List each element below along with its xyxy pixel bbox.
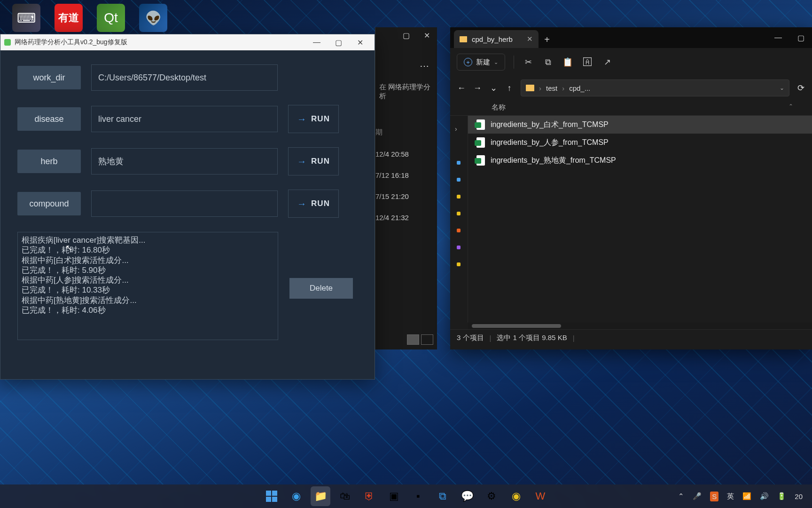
sidebar-pin-icon[interactable] (457, 161, 461, 165)
desktop-icon-alien[interactable]: 👽 (139, 4, 167, 32)
disease-label-button[interactable]: disease (17, 107, 81, 131)
file-row[interactable]: ingredients_by_熟地黄_from_TCMSP (468, 151, 812, 169)
bg-date-cell: 12/4 20:58 (375, 143, 437, 165)
taskbar-vscode-icon[interactable]: ⧉ (433, 486, 453, 506)
horizontal-scrollbar[interactable] (468, 323, 812, 329)
breadcrumb-item[interactable]: test (546, 84, 557, 92)
tray-mic-icon[interactable]: 🎤 (693, 492, 702, 500)
maximize-button[interactable]: ▢ (328, 34, 349, 50)
bg-close-button[interactable]: ✕ (416, 27, 437, 43)
herb-input[interactable]: 熟地黄 (91, 148, 278, 175)
workdir-label-button[interactable]: work_dir (17, 66, 81, 89)
explorer-tabbar: cpd_by_herb ✕ + — ▢ (450, 27, 812, 48)
disease-input[interactable]: liver cancer (91, 106, 278, 132)
breadcrumb-box[interactable]: › test › cpd_... ⌄ (521, 79, 789, 96)
taskbar-explorer-icon[interactable]: 📁 (311, 486, 330, 506)
bg-max-button[interactable]: ▢ (396, 27, 416, 43)
explorer-statusbar: 3 个项目 | 选中 1 个项目 9.85 KB | (450, 329, 812, 346)
new-label: 新建 (476, 58, 490, 67)
taskbar-chrome-icon[interactable]: ◉ (506, 486, 526, 506)
tray-ime2-icon[interactable]: 英 (727, 492, 734, 501)
explorer-sidebar-collapsed[interactable]: › (450, 116, 468, 323)
explorer-tab[interactable]: cpd_by_herb ✕ (454, 30, 539, 48)
nav-back-icon[interactable]: ← (457, 83, 466, 93)
chevron-right-icon[interactable]: › (455, 125, 457, 133)
chevron-right-icon: › (562, 84, 564, 92)
taskbar-mcafee-icon[interactable]: ⛨ (359, 486, 379, 506)
tray-clock[interactable]: 20 (795, 492, 803, 500)
sidebar-pin-icon[interactable] (457, 195, 461, 198)
breadcrumb-item[interactable]: cpd_... (569, 84, 590, 92)
compound-run-button[interactable]: → RUN (288, 190, 339, 218)
delete-button[interactable]: Delete (289, 278, 353, 299)
toolbar-overflow-icon[interactable]: ⋯ (375, 43, 437, 71)
rename-icon[interactable]: 🄰 (582, 57, 593, 67)
tray-battery-icon[interactable]: 🔋 (777, 492, 786, 500)
chevron-up-icon[interactable]: ⌃ (789, 103, 812, 110)
taskbar-wechat-icon[interactable]: 💬 (457, 486, 477, 506)
tray-chevron-icon[interactable]: ⌃ (678, 492, 684, 500)
workdir-input[interactable]: C:/Users/86577/Desktop/test (91, 64, 278, 91)
sidebar-pin-icon[interactable] (457, 262, 461, 266)
herb-run-button[interactable]: → RUN (288, 147, 339, 175)
taskbar-settings-icon[interactable]: ⚙ (482, 486, 501, 506)
file-row[interactable]: ingredients_by_白术_from_TCMSP (468, 116, 812, 134)
folder-icon (460, 36, 467, 42)
minimize-button[interactable]: — (306, 34, 328, 50)
plus-circle-icon: + (464, 58, 472, 66)
sidebar-pin-icon[interactable] (457, 178, 461, 182)
column-name-header[interactable]: 名称 (492, 103, 506, 111)
desktop-icons-row: ⌨ 有道 Qt 👽 (12, 4, 167, 32)
tray-wifi-icon[interactable]: 📶 (742, 492, 751, 500)
file-name: ingredients_by_熟地黄_from_TCMSP (491, 156, 616, 166)
chevron-down-icon[interactable]: ⌄ (780, 85, 784, 91)
nav-forward-icon[interactable]: → (473, 83, 482, 93)
file-name: ingredients_by_人参_from_TCMSP (491, 138, 609, 148)
desktop-icon-qt[interactable]: Qt (97, 4, 125, 32)
tray-ime-icon[interactable]: S (710, 492, 718, 501)
disease-run-button[interactable]: → RUN (288, 105, 339, 133)
new-button[interactable]: + 新建 ⌄ (457, 54, 505, 71)
explorer-maximize-button[interactable]: ▢ (789, 27, 812, 48)
close-button[interactable]: ✕ (349, 34, 371, 50)
cut-icon[interactable]: ✂ (523, 57, 534, 67)
taskbar-store-icon[interactable]: 🛍 (335, 486, 355, 506)
taskbar-edge-icon[interactable]: ◉ (286, 486, 306, 506)
file-row[interactable]: ingredients_by_人参_from_TCMSP (468, 134, 812, 151)
chevron-right-icon: › (539, 84, 541, 92)
desktop-icon-terminal[interactable]: ⌨ (12, 4, 40, 32)
view-details-icon[interactable] (407, 334, 419, 345)
log-output[interactable]: 根据疾病[liver cancer]搜索靶基因... 已完成！，耗时: 16.8… (17, 232, 278, 340)
compound-label-button[interactable]: compound (17, 192, 81, 215)
paste-icon[interactable]: 📋 (562, 57, 573, 67)
share-icon[interactable]: ↗ (601, 57, 613, 67)
view-large-icon[interactable] (421, 334, 433, 345)
run-label: RUN (311, 114, 330, 124)
sidebar-pin-icon[interactable] (457, 229, 461, 232)
refresh-icon[interactable]: ⟳ (796, 83, 805, 93)
disease-row: disease liver cancer → RUN (17, 105, 358, 133)
taskbar-cmd-icon[interactable]: ▪ (408, 486, 428, 506)
herb-label-button[interactable]: herb (17, 150, 81, 173)
nav-up-icon[interactable]: ↑ (505, 83, 514, 93)
explorer-minimize-button[interactable]: — (767, 27, 789, 48)
tray-volume-icon[interactable]: 🔊 (760, 492, 769, 500)
nav-dropdown-icon[interactable]: ⌄ (489, 83, 498, 93)
status-selection: 选中 1 个项目 9.85 KB (497, 333, 567, 342)
explorer-navbar: ← → ⌄ ↑ › test › cpd_... ⌄ ⟳ (450, 76, 812, 100)
compound-input[interactable] (91, 190, 278, 217)
sidebar-pin-icon[interactable] (457, 246, 461, 249)
taskbar-terminal-icon[interactable]: ▣ (384, 486, 404, 506)
sidebar-pin-icon[interactable] (457, 212, 461, 215)
folder-icon (526, 85, 534, 91)
new-tab-button[interactable]: + (539, 31, 555, 48)
copy-icon[interactable]: ⧉ (542, 57, 554, 67)
spreadsheet-icon (476, 155, 485, 166)
taskbar-center: ◉ 📁 🛍 ⛨ ▣ ▪ ⧉ 💬 ⚙ ◉ W (262, 486, 550, 506)
start-button[interactable] (262, 486, 281, 506)
desktop-icon-youdao[interactable]: 有道 (55, 4, 83, 32)
taskbar-wps-icon[interactable]: W (531, 486, 550, 506)
pharmacology-tool-window: 网络药理学分析小工具v0.2_bug修复版 — ▢ ✕ work_dir C:/… (0, 34, 375, 380)
tab-close-icon[interactable]: ✕ (527, 35, 533, 43)
bg-date-cell: 7/12 16:18 (375, 165, 437, 186)
